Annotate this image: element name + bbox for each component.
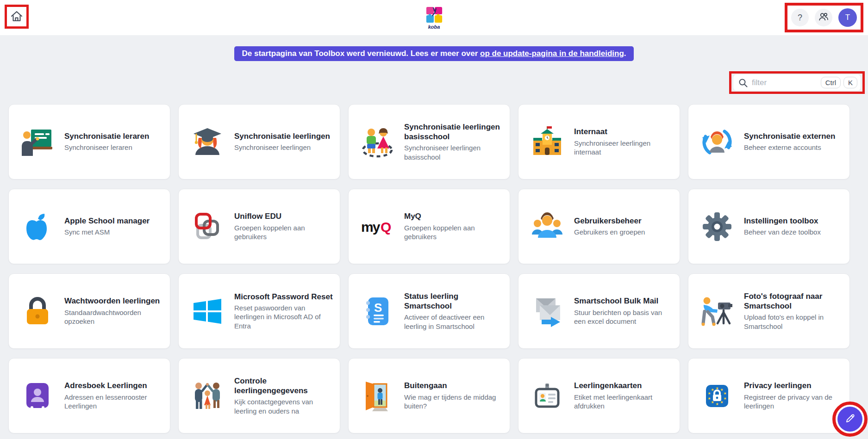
tool-card-status-leerling-smartschool[interactable]: S Status leerling Smartschool Activeer o… <box>348 273 510 349</box>
card-title: Buitengaan <box>404 381 505 390</box>
card-subtitle: Etiket met leerlingenkaart afdrukken <box>574 393 675 411</box>
home-icon <box>10 9 24 25</box>
address-book-icon <box>21 379 54 413</box>
app-header: koba ? T <box>0 0 868 35</box>
koba-puzzle-icon <box>425 6 443 25</box>
k-key-badge: K <box>843 77 857 88</box>
person-sync-arrows-icon <box>700 125 734 159</box>
svg-text:my: my <box>361 219 381 235</box>
card-subtitle: Beheer externe accounts <box>744 143 845 152</box>
tool-card-leerlingenkaarten[interactable]: Leerlingenkaarten Etiket met leerlingenk… <box>518 358 680 433</box>
open-door-icon <box>361 379 394 413</box>
card-subtitle: Synchroniseer leerlingen basisschool <box>404 143 505 161</box>
card-subtitle: Groepen koppelen aan gebruikers <box>404 223 505 241</box>
card-subtitle: Standaardwachtwoorden opzoeken <box>64 308 165 326</box>
help-button[interactable]: ? <box>791 9 809 26</box>
card-title: Synchronisatie externen <box>744 131 845 141</box>
teacher-blackboard-icon <box>21 125 54 159</box>
koba-logo: koba <box>421 4 447 31</box>
card-subtitle: Beheer van deze toolbox <box>744 228 845 237</box>
svg-text:Q: Q <box>381 219 391 235</box>
family-icon <box>191 379 224 413</box>
svg-text:★: ★ <box>707 396 711 401</box>
tool-card-buitengaan[interactable]: Buitengaan Wie mag er tijdens de middag … <box>348 358 510 433</box>
users-icon <box>818 11 829 25</box>
tool-card-apple-school-manager[interactable]: Apple School manager Sync met ASM <box>8 189 170 264</box>
apple-logo-icon <box>21 210 54 243</box>
school-building-icon <box>531 125 564 159</box>
update-banner-row: De startpagina van Toolbox werd vernieuw… <box>0 46 868 61</box>
search-icon <box>738 78 748 88</box>
graduate-student-icon <box>191 125 224 159</box>
card-title: Instellingen toolbox <box>744 216 845 226</box>
tool-card-controle-leerlingengegevens[interactable]: Controle leerlingengegevens Kijk contact… <box>178 358 340 433</box>
card-title: Controle leerlingengegevens <box>234 376 335 396</box>
tool-card-myq[interactable]: my Q MyQ Groepen koppelen aan gebruikers <box>348 189 510 264</box>
card-title: Wachtwoorden leerlingen <box>64 296 165 306</box>
tool-card-synchronisatie-leerlingen-basisschool[interactable]: Synchronisatie leerlingen basisschool Sy… <box>348 104 510 179</box>
gear-icon <box>700 210 734 243</box>
card-title: MyQ <box>404 211 505 221</box>
svg-text:S: S <box>374 301 382 315</box>
card-subtitle: Registreer de privacy van de leerlingen <box>744 393 845 411</box>
tool-card-microsoft-password-reset[interactable]: Microsoft Password Reset Reset paswoorde… <box>178 273 340 349</box>
photographer-icon <box>700 295 734 328</box>
card-title: Status leerling Smartschool <box>404 291 505 311</box>
card-title: Gebruikersbeheer <box>574 216 675 226</box>
tool-card-internaat[interactable]: Internaat Synchroniseer leerlingen inter… <box>518 104 680 179</box>
annotation-box-home <box>5 5 29 29</box>
card-title: Uniflow EDU <box>234 211 335 221</box>
card-subtitle: Wie mag er tijdens de middag buiten? <box>404 393 505 411</box>
tool-card-instellingen-toolbox[interactable]: Instellingen toolbox Beheer van deze too… <box>688 189 850 264</box>
card-subtitle: Synchroniseer leraren <box>64 143 165 152</box>
user-avatar[interactable]: T <box>838 8 857 27</box>
svg-text:★: ★ <box>711 388 714 392</box>
svg-text:★: ★ <box>707 391 711 396</box>
svg-text:★: ★ <box>715 402 718 406</box>
update-page-link[interactable]: op de update-pagina in de handleiding <box>480 49 624 58</box>
filter-search-box: Ctrl K <box>733 74 861 91</box>
tool-card-synchronisatie-externen[interactable]: Synchronisatie externen Beheer externe a… <box>688 104 850 179</box>
card-subtitle: Groepen koppelen aan gebruikers <box>234 223 335 241</box>
card-subtitle: Synchroniseer leerlingen internaat <box>574 139 675 157</box>
card-title: Microsoft Password Reset <box>234 292 335 302</box>
gdpr-lock-icon: ★★★ ★★★ ★★★ ★ <box>700 379 734 413</box>
card-title: Smartschool Bulk Mail <box>574 296 675 306</box>
card-subtitle: Gebruikers en groepen <box>574 228 675 237</box>
envelope-forward-icon <box>531 295 564 328</box>
tool-grid: Synchronisatie leraren Synchroniseer ler… <box>8 104 850 433</box>
update-banner: De startpagina van Toolbox werd vernieuw… <box>234 46 633 61</box>
card-title: Apple School manager <box>64 216 165 226</box>
avatar-initial: T <box>845 13 850 22</box>
user-group-icon <box>531 210 564 243</box>
card-title: Internaat <box>574 127 675 136</box>
banner-text: De startpagina van Toolbox werd vernieuw… <box>242 49 480 58</box>
card-subtitle: Reset paswoorden van leerlingen in Micro… <box>234 303 335 331</box>
tool-card-adresboek-leerlingen[interactable]: Adresboek Leerlingen Adressen en lessenr… <box>8 358 170 433</box>
users-button[interactable] <box>815 9 832 26</box>
card-title: Synchronisatie leerlingen basisschool <box>404 122 505 142</box>
tool-card-wachtwoorden-leerlingen[interactable]: Wachtwoorden leerlingen Standaardwachtwo… <box>8 273 170 349</box>
card-title: Synchronisatie leerlingen <box>234 131 335 141</box>
tool-card-uniflow-edu[interactable]: Uniflow EDU Groepen koppelen aan gebruik… <box>178 189 340 264</box>
tool-card-fotos-fotograaf-naar-smartschool[interactable]: Foto's fotograaf naar Smartschool Upload… <box>688 273 850 349</box>
filter-input[interactable] <box>752 78 818 87</box>
tool-card-gebruikersbeheer[interactable]: Gebruikersbeheer Gebruikers en groepen <box>518 189 680 264</box>
card-subtitle: Activeer of deactiveer een leerling in S… <box>404 313 505 331</box>
svg-text:★: ★ <box>723 396 726 401</box>
tool-card-synchronisatie-leerlingen[interactable]: Synchronisatie leerlingen Synchroniseer … <box>178 104 340 179</box>
uniflow-squares-icon <box>191 210 224 243</box>
ctrl-key-badge: Ctrl <box>821 77 841 88</box>
edit-fab-button[interactable] <box>837 407 862 432</box>
padlock-icon <box>21 295 54 328</box>
card-title: Adresboek Leerlingen <box>64 381 165 390</box>
home-button[interactable] <box>7 7 26 26</box>
smartschool-notebook-icon: S <box>361 295 394 328</box>
tool-card-privacy-leerlingen[interactable]: ★★★ ★★★ ★★★ ★ Privacy leerlingen Registr… <box>688 358 850 433</box>
tool-card-synchronisatie-leraren[interactable]: Synchronisatie leraren Synchroniseer ler… <box>8 104 170 179</box>
tool-card-smartschool-bulk-mail[interactable]: Smartschool Bulk Mail Stuur berichten op… <box>518 273 680 349</box>
myq-logo-icon: my Q <box>361 210 394 243</box>
card-subtitle: Kijk contactgegevens van leerling en oud… <box>234 397 335 415</box>
card-title: Privacy leerlingen <box>744 381 845 390</box>
question-mark-icon: ? <box>798 13 802 23</box>
